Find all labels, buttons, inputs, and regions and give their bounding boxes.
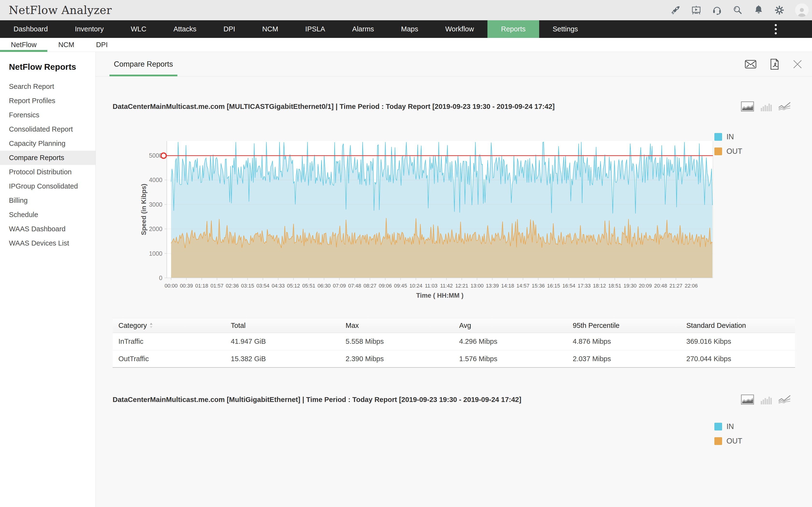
- sidebar-item-capacity-planning[interactable]: Capacity Planning: [0, 136, 95, 151]
- rocket-icon[interactable]: [670, 5, 680, 15]
- sidebar-item-ipgroup-consolidated[interactable]: IPGroup Consolidated: [0, 179, 95, 193]
- svg-text:20:48: 20:48: [654, 283, 667, 289]
- legend-item-in[interactable]: IN: [714, 422, 742, 431]
- sidebar-title: NetFlow Reports: [9, 62, 95, 72]
- main-panel: Compare Reports: [96, 52, 812, 507]
- svg-text:00:00: 00:00: [164, 283, 177, 289]
- sidebar-list: Search ReportReport ProfilesForensicsCon…: [0, 79, 95, 250]
- table-cell: 1.576 Mibps: [453, 355, 567, 363]
- chart-legend: INOUT: [714, 132, 742, 156]
- table-cell: 2.037 Mibps: [567, 355, 680, 363]
- legend-item-out[interactable]: OUT: [714, 437, 742, 445]
- sidebar-item-billing[interactable]: Billing: [0, 193, 95, 208]
- sidebar-item-waas-dashboard[interactable]: WAAS Dashboard: [0, 222, 95, 236]
- svg-text:11:03: 11:03: [425, 283, 438, 289]
- bar-chart-icon[interactable]: [760, 102, 772, 111]
- sidebar-item-consolidated-report[interactable]: Consolidated Report: [0, 122, 95, 136]
- app-header: NetFlow Analyzer: [0, 0, 812, 20]
- bar-chart-icon[interactable]: [760, 395, 772, 404]
- gear-icon[interactable]: [774, 5, 784, 15]
- sidebar-item-search-report[interactable]: Search Report: [0, 79, 95, 94]
- email-icon[interactable]: [745, 60, 756, 68]
- chart-type-switcher: [741, 394, 791, 405]
- svg-text:2000: 2000: [149, 225, 162, 232]
- nav-item-ipsla[interactable]: IPSLA: [292, 20, 339, 38]
- subnav-tab-ncm[interactable]: NCM: [47, 38, 85, 52]
- traffic-chart-2: INOUT: [113, 413, 795, 507]
- svg-text:Time ( HH:MM ): Time ( HH:MM ): [416, 292, 463, 299]
- legend-swatch-in: [714, 133, 722, 141]
- sidebar-item-forensics[interactable]: Forensics: [0, 108, 95, 122]
- svg-text:16:15: 16:15: [547, 283, 560, 289]
- svg-text:13:39: 13:39: [486, 283, 499, 289]
- close-icon[interactable]: [793, 59, 802, 69]
- svg-text:01:57: 01:57: [210, 283, 223, 289]
- table-cell: 5.558 Mibps: [340, 338, 453, 345]
- nav-item-settings[interactable]: Settings: [539, 20, 592, 38]
- sidebar-item-waas-devices-list[interactable]: WAAS Devices List: [0, 236, 95, 250]
- video-presentation-icon[interactable]: [691, 5, 701, 15]
- svg-text:Speed (in Kibps): Speed (in Kibps): [140, 184, 147, 235]
- app-title: NetFlow Analyzer: [9, 4, 112, 17]
- table-cell: 41.947 GiB: [225, 338, 340, 345]
- subnav-tab-netflow[interactable]: NetFlow: [0, 38, 47, 52]
- main-nav: DashboardInventoryWLCAttacksDPINCMIPSLAA…: [0, 20, 592, 38]
- tab-compare-reports[interactable]: Compare Reports: [109, 52, 177, 76]
- chart-legend: INOUT: [714, 422, 742, 445]
- nav-item-wlc[interactable]: WLC: [117, 20, 160, 38]
- line-chart-icon[interactable]: [778, 395, 791, 404]
- sidebar-item-report-profiles[interactable]: Report Profiles: [0, 94, 95, 108]
- nav-item-alarms[interactable]: Alarms: [339, 20, 388, 38]
- table-row-intraffic: InTraffic41.947 GiB5.558 Mibps4.296 Mibp…: [113, 333, 795, 350]
- svg-text:00:39: 00:39: [180, 283, 193, 289]
- svg-text:19:30: 19:30: [623, 283, 637, 289]
- legend-item-in[interactable]: IN: [714, 132, 742, 141]
- svg-text:11:42: 11:42: [440, 283, 453, 289]
- area-chart-icon[interactable]: [741, 394, 754, 405]
- svg-text:21:27: 21:27: [669, 283, 682, 289]
- svg-text:03:15: 03:15: [241, 283, 254, 289]
- headset-icon[interactable]: [712, 5, 722, 15]
- table-cell: 4.296 Mibps: [453, 338, 567, 345]
- legend-item-out[interactable]: OUT: [714, 147, 742, 156]
- nav-item-reports[interactable]: Reports: [488, 20, 539, 38]
- svg-text:03:54: 03:54: [256, 283, 269, 289]
- sidebar-item-compare-reports[interactable]: Compare Reports: [0, 151, 95, 165]
- line-chart-icon[interactable]: [778, 102, 791, 111]
- report-section-1: DataCenterMainMulticast.me.com [MULTICAS…: [113, 99, 795, 368]
- nav-item-workflow[interactable]: Workflow: [432, 20, 488, 38]
- svg-text:14:57: 14:57: [516, 283, 529, 289]
- search-icon[interactable]: [733, 5, 743, 15]
- svg-text:18:51: 18:51: [608, 283, 621, 289]
- vertical-ellipsis-icon[interactable]: [774, 20, 777, 38]
- nav-item-ncm[interactable]: NCM: [249, 20, 292, 38]
- user-avatar[interactable]: [795, 3, 809, 17]
- nav-item-attacks[interactable]: Attacks: [160, 20, 210, 38]
- table-cell: 2.390 Mibps: [340, 355, 453, 363]
- sidebar-item-protocol-distribution[interactable]: Protocol Distribution: [0, 165, 95, 179]
- table-header-standard-deviation: Standard Deviation: [680, 322, 795, 330]
- svg-text:12:21: 12:21: [455, 283, 468, 289]
- table-header-max: Max: [340, 322, 453, 330]
- svg-text:01:18: 01:18: [195, 283, 208, 289]
- svg-text:18:12: 18:12: [593, 283, 606, 289]
- report-section-2: DataCenterMainMulticast.me.com [MultiGig…: [113, 392, 795, 507]
- svg-text:09:06: 09:06: [379, 283, 392, 289]
- tab-compare-reports-label: Compare Reports: [114, 60, 173, 68]
- nav-item-inventory[interactable]: Inventory: [61, 20, 117, 38]
- bell-icon[interactable]: [754, 5, 764, 15]
- nav-item-dashboard[interactable]: Dashboard: [0, 20, 61, 38]
- area-chart-icon[interactable]: [741, 101, 754, 112]
- table-header-category[interactable]: Category: [113, 322, 225, 330]
- subnav-tab-dpi[interactable]: DPI: [85, 38, 118, 52]
- stats-table: CategoryTotalMaxAvg95th PercentileStanda…: [113, 318, 795, 368]
- sidebar-item-schedule[interactable]: Schedule: [0, 208, 95, 222]
- pdf-export-icon[interactable]: [770, 59, 779, 70]
- svg-text:22:06: 22:06: [684, 283, 698, 289]
- svg-text:1000: 1000: [149, 250, 162, 257]
- nav-item-maps[interactable]: Maps: [388, 20, 432, 38]
- svg-text:09:45: 09:45: [394, 283, 407, 289]
- nav-item-dpi[interactable]: DPI: [210, 20, 249, 38]
- header-icons: [670, 3, 809, 17]
- svg-text:08:27: 08:27: [363, 283, 376, 289]
